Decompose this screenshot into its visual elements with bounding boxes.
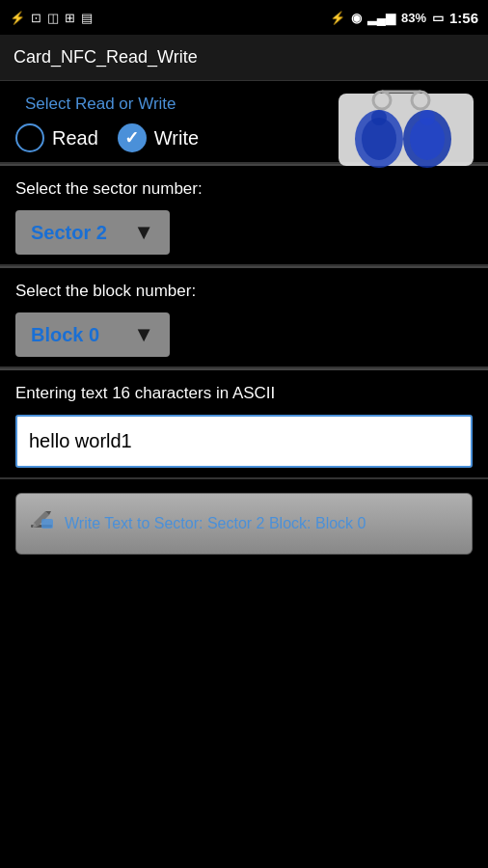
status-icons-right: ⚡ ◉ ▂▄▆ 83% ▭ 1:56 [330, 10, 478, 26]
block-value: Block 0 [31, 324, 99, 346]
screen-icon: ⊡ [31, 11, 41, 25]
sector-section: Select the sector number: Sector 2 ▼ [0, 166, 488, 266]
svg-point-6 [371, 110, 387, 125]
signal-bars: ▂▄▆ [367, 11, 395, 25]
ascii-input[interactable] [15, 415, 473, 468]
write-option[interactable]: Write [118, 123, 199, 152]
read-label: Read [52, 127, 98, 149]
write-radio[interactable] [118, 123, 147, 152]
write-button-icon [28, 507, 55, 540]
usb-icon: ⚡ [10, 11, 25, 25]
bluetooth-icon: ⚡ [330, 11, 345, 25]
ascii-label: Entering text 16 characters in ASCII [15, 384, 473, 403]
time-display: 1:56 [449, 10, 478, 26]
write-label: Write [154, 127, 199, 149]
device-icon: ⊞ [65, 11, 75, 25]
sector-value: Sector 2 [31, 222, 107, 244]
read-option[interactable]: Read [15, 123, 98, 152]
write-section: Write Text to Sector: Sector 2 Block: Bl… [0, 479, 488, 568]
sector-label: Select the sector number: [15, 179, 473, 199]
rw-options: Read Write [15, 123, 199, 152]
ascii-section: Entering text 16 characters in ASCII [0, 370, 488, 479]
page-title: Card_NFC_Read_Write [14, 47, 198, 68]
block-section: Select the block number: Block 0 ▼ [0, 268, 488, 368]
block-dropdown[interactable]: Block 0 ▼ [15, 312, 170, 357]
sector-dropdown-arrow: ▼ [133, 220, 154, 245]
read-radio[interactable] [15, 123, 44, 152]
block-dropdown-arrow: ▼ [133, 322, 154, 347]
title-bar: Card_NFC_Read_Write [0, 35, 488, 81]
battery-percent: 83% [401, 11, 426, 25]
nfc-icon: ◉ [351, 11, 362, 25]
rw-section: Select Read or Write Read Write [0, 81, 488, 164]
app-icon: ▤ [81, 11, 93, 25]
status-icons-left: ⚡ ⊡ ◫ ⊞ ▤ [10, 11, 93, 25]
svg-point-9 [420, 110, 435, 125]
sector-dropdown[interactable]: Sector 2 ▼ [15, 210, 170, 255]
status-bar: ⚡ ⊡ ◫ ⊞ ▤ ⚡ ◉ ▂▄▆ 83% ▭ 1:56 [0, 0, 488, 35]
rw-heading: Select Read or Write [25, 95, 176, 114]
write-button-label: Write Text to Sector: Sector 2 Block: Bl… [65, 515, 366, 532]
write-button[interactable]: Write Text to Sector: Sector 2 Block: Bl… [15, 493, 473, 555]
block-label: Select the block number: [15, 282, 473, 301]
battery-icon: ▭ [432, 11, 444, 25]
sim-icon: ◫ [47, 11, 59, 25]
svg-rect-14 [41, 519, 53, 529]
nfc-keyfob-image [329, 89, 478, 175]
